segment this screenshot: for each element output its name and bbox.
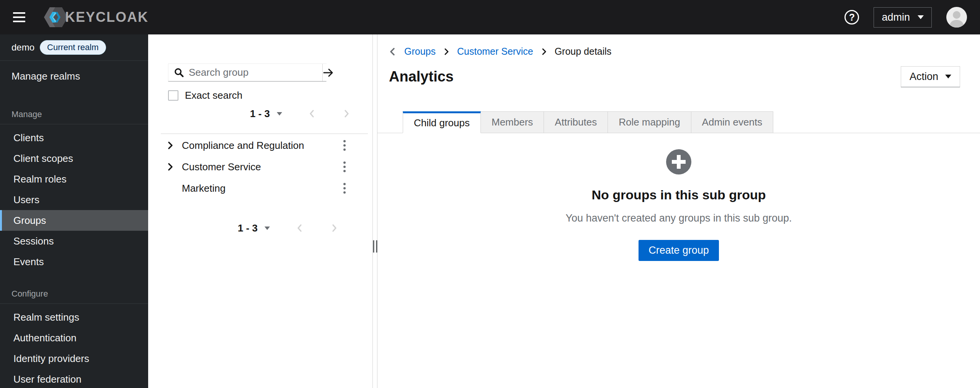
kebab-menu-icon[interactable] <box>339 158 350 175</box>
sidebar-item-identity-providers[interactable]: Identity providers <box>0 348 148 369</box>
nav-section-manage: Manage ClientsClient scopesRealm rolesUs… <box>0 109 148 272</box>
search-icon <box>174 67 184 78</box>
breadcrumb-separator-chevron-icon <box>541 48 547 55</box>
keycloak-hexagon-icon <box>44 7 68 28</box>
person-icon <box>946 8 967 28</box>
search-submit-button[interactable] <box>322 64 334 81</box>
chevron-down-icon <box>945 75 951 78</box>
sidebar-item-events[interactable]: Events <box>0 251 148 272</box>
username: admin <box>882 11 910 23</box>
brand-text: KEYCLOAK <box>65 9 149 25</box>
groups-tree: Compliance and RegulationCustomer Servic… <box>148 135 372 199</box>
user-avatar[interactable] <box>946 7 967 28</box>
breadcrumb-item-customer-service[interactable]: Customer Service <box>457 46 533 57</box>
expand-chevron-icon[interactable] <box>167 159 182 174</box>
sidebar-item-user-federation[interactable]: User federation <box>0 369 148 388</box>
sidebar-item-manage-realms[interactable]: Manage realms <box>0 63 148 90</box>
exact-search-row: Exact search <box>168 90 372 101</box>
pagination-range: 1 - 3 <box>238 222 258 234</box>
sidebar-item-sessions[interactable]: Sessions <box>0 231 148 251</box>
expand-chevron-icon[interactable] <box>167 138 182 153</box>
groups-tree-panel: Exact search 1 - 3 Compliance and Regula… <box>148 34 373 388</box>
pagination-next-button[interactable] <box>342 109 351 118</box>
empty-state-title: No groups in this sub group <box>591 187 766 202</box>
tab-child-groups[interactable]: Child groups <box>403 111 481 133</box>
chevron-down-icon <box>265 227 270 230</box>
kebab-menu-icon[interactable] <box>339 180 350 197</box>
sidebar-item-realm-roles[interactable]: Realm roles <box>0 169 148 189</box>
chevron-left-icon <box>295 223 304 233</box>
pagination-prev-button[interactable] <box>295 223 304 233</box>
breadcrumb: GroupsCustomer ServiceGroup details <box>377 34 980 57</box>
tab-role-mapping[interactable]: Role mapping <box>608 111 691 133</box>
chevron-right-icon <box>342 109 351 118</box>
current-realm-badge: Current realm <box>40 40 106 55</box>
tab-bar-inset <box>377 111 403 133</box>
action-label: Action <box>910 71 938 83</box>
group-search-bar <box>168 64 327 82</box>
tab-admin-events[interactable]: Admin events <box>691 111 774 133</box>
realm-switcher[interactable]: demo Current realm <box>0 34 148 61</box>
chevron-right-icon <box>330 223 339 233</box>
arrow-right-icon <box>323 68 334 78</box>
tab-bar: Child groupsMembersAttributesRole mappin… <box>377 111 980 133</box>
sidebar-item-users[interactable]: Users <box>0 189 148 210</box>
empty-state: No groups in this sub group You haven't … <box>377 149 980 261</box>
title-row: Analytics Action <box>377 57 980 86</box>
pagination-range-dropdown[interactable]: 1 - 3 <box>238 222 270 234</box>
breadcrumb-separator-chevron-icon <box>443 48 449 55</box>
group-name-link[interactable]: Compliance and Regulation <box>182 140 339 152</box>
group-name-link[interactable]: Marketing <box>182 183 339 194</box>
sidebar-item-client-scopes[interactable]: Client scopes <box>0 148 148 169</box>
pagination-range-dropdown[interactable]: 1 - 3 <box>250 108 282 120</box>
tab-attributes[interactable]: Attributes <box>544 111 608 133</box>
help-question-circle-icon[interactable]: ? <box>844 10 859 24</box>
sidebar-item-authentication[interactable]: Authentication <box>0 328 148 348</box>
breadcrumb-back-chevron-icon[interactable] <box>388 47 397 57</box>
divider <box>161 134 368 134</box>
sidebar-item-groups[interactable]: Groups <box>0 210 148 231</box>
pagination-bottom: 1 - 3 <box>148 221 372 235</box>
pagination-top: 1 - 3 <box>148 107 372 121</box>
create-group-button[interactable]: Create group <box>639 240 719 261</box>
chevron-down-icon <box>918 15 924 19</box>
group-name-link[interactable]: Customer Service <box>182 161 339 173</box>
pagination-range: 1 - 3 <box>250 108 270 120</box>
group-row-compliance-and-regulation: Compliance and Regulation <box>148 135 372 156</box>
group-details-content: GroupsCustomer ServiceGroup details Anal… <box>377 34 980 388</box>
sidebar-item-realm-settings[interactable]: Realm settings <box>0 307 148 328</box>
chevron-down-icon <box>277 112 282 116</box>
action-dropdown-button[interactable]: Action <box>901 66 960 87</box>
empty-state-description: You haven't created any groups in this s… <box>565 212 792 224</box>
sidebar-item-clients[interactable]: Clients <box>0 127 148 148</box>
tab-bar-filler <box>773 111 980 133</box>
masthead: KEYCLOAK ? admin <box>0 0 980 34</box>
nav-section-title: Configure <box>0 289 148 303</box>
exact-search-label: Exact search <box>185 90 242 101</box>
group-row-marketing: Marketing <box>148 178 372 199</box>
plus-circle-icon <box>666 149 691 174</box>
pagination-next-button[interactable] <box>330 223 339 233</box>
panel-resize-splitter[interactable] <box>373 34 377 388</box>
nav-section-title: Manage <box>0 109 148 124</box>
chevron-left-icon <box>307 109 317 118</box>
keycloak-logo[interactable]: KEYCLOAK <box>44 7 149 28</box>
breadcrumb-item-groups[interactable]: Groups <box>404 46 436 57</box>
search-group-input[interactable] <box>189 67 317 78</box>
nav-toggle-hamburger-icon[interactable] <box>13 8 31 26</box>
nav-section-configure: Configure Realm settingsAuthenticationId… <box>0 289 148 388</box>
sidebar-nav: demo Current realm Manage realms Manage … <box>0 34 148 388</box>
group-row-customer-service: Customer Service <box>148 156 372 178</box>
breadcrumb-item-group-details: Group details <box>555 46 612 57</box>
user-dropdown[interactable]: admin <box>874 7 932 28</box>
drag-grip-icon <box>373 240 377 253</box>
kebab-menu-icon[interactable] <box>339 137 350 154</box>
exact-search-checkbox[interactable] <box>168 90 178 101</box>
realm-name: demo <box>11 42 34 53</box>
pagination-prev-button[interactable] <box>307 109 317 118</box>
page-title: Analytics <box>389 68 454 85</box>
tab-members[interactable]: Members <box>481 111 544 133</box>
